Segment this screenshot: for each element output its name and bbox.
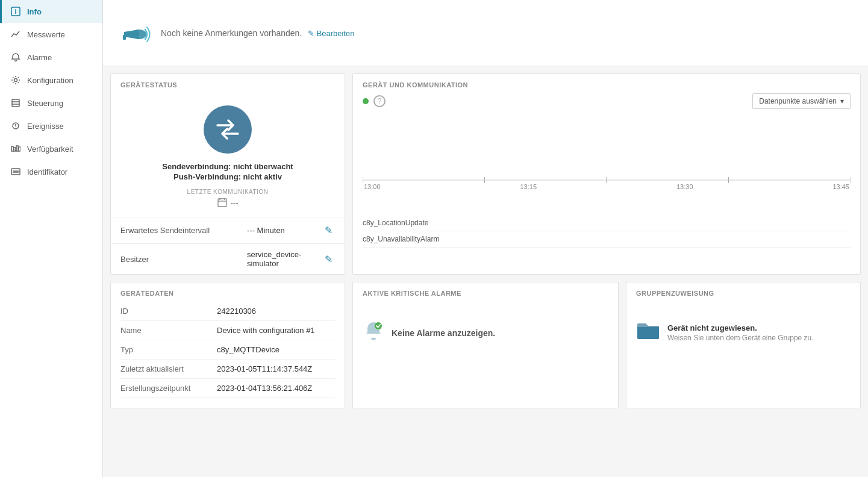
bell-icon: [10, 52, 21, 63]
svg-rect-12: [19, 147, 20, 151]
timeline-label-1315: 13:15: [520, 183, 537, 190]
sidebar-item-identifikator-label: Identifikator: [27, 167, 67, 176]
control-icon: [10, 98, 21, 108]
svg-point-31: [375, 322, 382, 329]
id-label: ID: [120, 307, 217, 316]
erstellung-value: 2023-01-04T13:56:21.406Z: [217, 384, 312, 393]
notes-content: Noch keine Anmerkungen vorhanden.: [161, 28, 302, 38]
erwartetes-value: --- Minuten: [247, 226, 316, 235]
alarm-bell-icon: [363, 320, 384, 346]
sidebar: i Info Messwerte Alarme Konfiguration: [0, 0, 103, 477]
sidebar-item-ereignisse-label: Ereignisse: [27, 122, 64, 131]
geraetedaten-card: GERÄTEDATEN ID 242210306 Name Device wit…: [110, 282, 345, 408]
device-status-body: Sendeverbindung: nicht überwacht Push-Ve…: [111, 93, 345, 217]
typ-label: Typ: [120, 345, 217, 354]
zuletzt-label: Zuletzt aktualisiert: [120, 364, 217, 373]
megaphone-icon: [115, 15, 151, 51]
svg-rect-10: [14, 148, 16, 151]
sidebar-item-alarme-label: Alarme: [27, 53, 52, 62]
sidebar-item-konfiguration[interactable]: Konfiguration: [0, 69, 102, 92]
device-status-title: GERÄTESTATUS: [111, 74, 345, 93]
table-row: Zuletzt aktualisiert 2023-01-05T11:14:37…: [120, 360, 335, 379]
notes-section: Noch keine Anmerkungen vorhanden. ✎ Bear…: [103, 0, 868, 66]
svg-rect-20: [123, 35, 126, 40]
chart-labels: c8y_LocationUpdate c8y_UnavailabilityAla…: [363, 215, 851, 248]
help-icon[interactable]: ?: [373, 95, 386, 107]
sidebar-item-info[interactable]: i Info: [0, 0, 102, 23]
name-value: Device with configuration #1: [217, 326, 315, 335]
svg-rect-21: [218, 199, 226, 207]
id-value: 242210306: [217, 307, 256, 316]
typ-value: c8y_MQTTDevice: [217, 345, 279, 354]
chart-area: 13:00 13:15 13:30 13:45: [363, 114, 851, 210]
besitzer-label: Besitzer: [120, 255, 241, 264]
name-label: Name: [120, 326, 217, 335]
erstellung-label: Erstellungszeitpunkt: [120, 384, 217, 393]
content-grid: GERÄTESTATUS Sendeverbindung: nicht über…: [103, 66, 868, 416]
svg-rect-3: [12, 99, 19, 107]
edit-notes-link[interactable]: ✎ Bearbeiten: [308, 29, 355, 38]
gruppe-title: GRUPPENZUWEISUNG: [626, 282, 860, 302]
besitzer-value: service_device-simulator: [247, 250, 316, 268]
letzte-comm-date: ---: [231, 198, 239, 207]
sidebar-item-messwerte-label: Messwerte: [27, 30, 65, 39]
erwartetes-label: Erwartetes Sendeintervall: [120, 226, 241, 235]
table-row: ID 242210306: [120, 302, 335, 321]
timeline-label-1330: 13:30: [676, 183, 693, 190]
sidebar-item-messwerte[interactable]: Messwerte: [0, 23, 102, 46]
erwartetes-edit-btn[interactable]: ✎: [322, 223, 335, 237]
sidebar-item-verfugbarkeit[interactable]: Verfügbarkeit: [0, 137, 102, 160]
events-icon: [10, 120, 21, 131]
notes-text: Noch keine Anmerkungen vorhanden. ✎ Bear…: [161, 28, 354, 38]
sidebar-item-ereignisse[interactable]: Ereignisse: [0, 114, 102, 137]
geraetedaten-table: ID 242210306 Name Device with configurat…: [111, 302, 345, 408]
info-icon: i: [10, 6, 21, 17]
letzte-comm-value: ---: [217, 198, 239, 207]
svg-rect-9: [11, 146, 13, 151]
alarme-empty-text: Keine Alarme anzuzeigen.: [392, 328, 495, 338]
gruppe-body: Gerät nicht zugewiesen. Weisen Sie unten…: [626, 302, 860, 364]
sidebar-item-verfugbarkeit-label: Verfügbarkeit: [27, 145, 73, 154]
availability-icon: [10, 143, 21, 154]
timeline-label-1300: 13:00: [364, 183, 381, 190]
timeline-label-1345: 13:45: [832, 183, 849, 190]
geraetedaten-title: GERÄTEDATEN: [111, 282, 345, 302]
besitzer-field: Besitzer service_device-simulator ✎: [111, 243, 345, 274]
device-status-card: GERÄTESTATUS Sendeverbindung: nicht über…: [110, 73, 345, 275]
row1: GERÄTESTATUS Sendeverbindung: nicht über…: [110, 73, 861, 275]
table-row: Erstellungszeitpunkt 2023-01-04T13:56:21…: [120, 379, 335, 398]
datenpunkte-button[interactable]: Datenpunkte auswählen ▾: [752, 93, 851, 109]
row2: GERÄTEDATEN ID 242210306 Name Device wit…: [110, 282, 861, 408]
zuletzt-value: 2023-01-05T11:14:37.544Z: [217, 364, 312, 373]
sidebar-item-konfiguration-label: Konfiguration: [27, 76, 73, 85]
table-row: Name Device with configuration #1: [120, 321, 335, 340]
besitzer-edit-btn[interactable]: ✎: [322, 252, 335, 266]
sidebar-item-identifikator[interactable]: Identifikator: [0, 160, 102, 183]
chevron-down-icon: ▾: [840, 97, 844, 105]
sidebar-item-info-label: Info: [27, 7, 42, 16]
sidebar-item-steuerung[interactable]: Steuerung: [0, 92, 102, 114]
gruppe-sub-text: Weisen Sie unten dem Gerät eine Gruppe z…: [667, 334, 814, 342]
chart-line-icon: [10, 29, 21, 40]
chart-label-unavailability: c8y_UnavailabilityAlarm: [363, 231, 851, 248]
svg-text:i: i: [15, 8, 17, 15]
communication-card: GERÄT UND KOMMUNIKATION ? Datenpunkte au…: [352, 73, 861, 275]
connection-status-dot: [363, 98, 369, 104]
identifier-icon: [10, 166, 21, 177]
alarme-title: AKTIVE KRITISCHE ALARME: [353, 282, 618, 302]
sidebar-item-alarme[interactable]: Alarme: [0, 46, 102, 69]
communication-title: GERÄT UND KOMMUNIKATION: [363, 81, 851, 89]
push-connection-status: Push-Verbindung: nicht aktiv: [173, 172, 282, 181]
status-icon-circle: [204, 105, 252, 154]
chart-label-location: c8y_LocationUpdate: [363, 215, 851, 231]
table-row: Typ c8y_MQTTDevice: [120, 340, 335, 360]
svg-rect-11: [16, 146, 18, 151]
alarme-body: Keine Alarme anzuzeigen.: [353, 302, 618, 364]
folder-icon: [636, 320, 660, 346]
main-content: Noch keine Anmerkungen vorhanden. ✎ Bear…: [103, 0, 868, 477]
sidebar-item-steuerung-label: Steuerung: [27, 99, 63, 108]
gruppe-main-text: Gerät nicht zugewiesen.: [667, 323, 814, 332]
erwartetes-field: Erwartetes Sendeintervall --- Minuten ✎: [111, 217, 345, 243]
comm-status-row: ? Datenpunkte auswählen ▾: [363, 93, 851, 109]
gruppe-card: GRUPPENZUWEISUNG Gerät nicht zugewiesen.…: [626, 282, 861, 408]
